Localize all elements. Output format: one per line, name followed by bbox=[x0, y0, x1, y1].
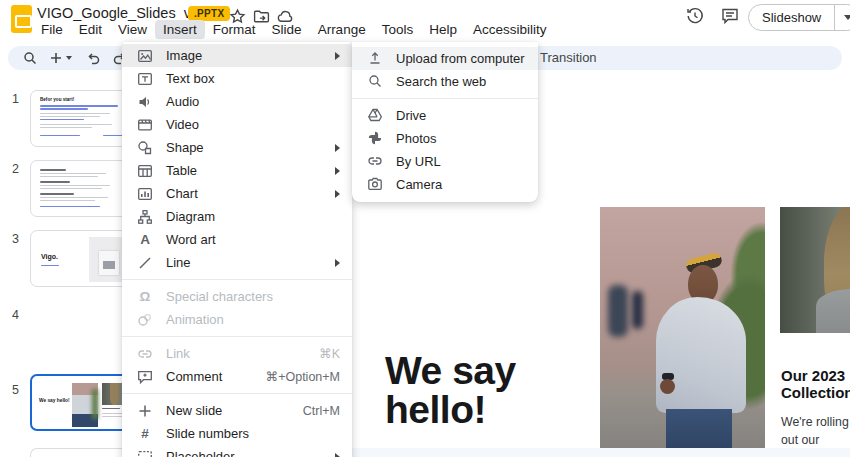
menu-item-slide-numbers[interactable]: # Slide numbers bbox=[122, 422, 352, 445]
video-icon bbox=[137, 117, 153, 133]
menu-item-diagram[interactable]: Diagram bbox=[122, 205, 352, 228]
menu-item-chart[interactable]: Chart bbox=[122, 182, 352, 205]
slide-title-text[interactable]: We say hello! bbox=[385, 351, 527, 429]
slide-number: 1 bbox=[12, 92, 19, 106]
slide-photo-man[interactable] bbox=[600, 207, 765, 457]
titlebar: VIGO_Google_Slides_v2 .PPTX File Edit Vi… bbox=[0, 0, 850, 44]
submenu-arrow-icon bbox=[335, 453, 340, 457]
camera-icon bbox=[367, 176, 383, 192]
slideshow-button-group: Slideshow bbox=[748, 4, 850, 31]
menu-arrange[interactable]: Arrange bbox=[310, 20, 374, 39]
slideshow-button[interactable]: Slideshow bbox=[749, 5, 834, 30]
slide-number: 3 bbox=[12, 232, 19, 246]
plus-icon bbox=[137, 403, 153, 419]
submenu-item-upload-from-computer[interactable]: Upload from computer bbox=[352, 47, 538, 70]
menu-edit[interactable]: Edit bbox=[71, 20, 110, 39]
menu-divider bbox=[352, 98, 538, 99]
menubar: File Edit View Insert Format Slide Arran… bbox=[33, 20, 554, 39]
menu-file[interactable]: File bbox=[33, 20, 71, 39]
menu-item-word-art[interactable]: A Word art bbox=[122, 228, 352, 251]
by-url-icon bbox=[367, 153, 383, 169]
slide-thumbnail-1[interactable]: Befor you start! bbox=[30, 90, 130, 147]
caret-down-icon bbox=[844, 15, 850, 20]
submenu-arrow-icon bbox=[335, 190, 340, 198]
omega-icon: Ω bbox=[137, 289, 153, 305]
comments-icon[interactable] bbox=[720, 6, 740, 26]
file-type-badge: .PPTX bbox=[188, 6, 230, 21]
menu-item-link: Link ⌘K bbox=[122, 342, 352, 365]
menu-item-table[interactable]: Table bbox=[122, 159, 352, 182]
transition-button[interactable]: Transition bbox=[540, 50, 597, 65]
slide-number: 2 bbox=[12, 162, 19, 176]
menu-help[interactable]: Help bbox=[421, 20, 465, 39]
menu-view[interactable]: View bbox=[110, 20, 155, 39]
search-icon[interactable] bbox=[22, 50, 38, 66]
slide-number: 4 bbox=[12, 308, 19, 322]
insert-menu: Image Text box Audio Video Shape Table C… bbox=[122, 42, 352, 457]
menu-item-line[interactable]: Line bbox=[122, 251, 352, 274]
submenu-item-photos[interactable]: Photos bbox=[352, 127, 538, 150]
menu-format[interactable]: Format bbox=[205, 20, 264, 39]
slide-filmstrip: 1 2 3 4 5 Befor you start! bbox=[0, 70, 130, 457]
version-history-icon[interactable] bbox=[685, 6, 705, 26]
upload-icon bbox=[367, 50, 383, 66]
slide-photo-woman[interactable] bbox=[780, 207, 850, 333]
photo-background-figure bbox=[632, 291, 643, 329]
menu-divider bbox=[122, 393, 352, 394]
google-slides-app: We say hello! Our 2023 Collection We're … bbox=[0, 0, 850, 457]
link-icon bbox=[137, 346, 153, 362]
drive-icon bbox=[367, 107, 383, 123]
audio-icon bbox=[137, 94, 153, 110]
submenu-item-camera[interactable]: Camera bbox=[352, 173, 538, 196]
chart-icon bbox=[137, 186, 153, 202]
menu-item-shape[interactable]: Shape bbox=[122, 136, 352, 159]
slides-logo[interactable] bbox=[11, 5, 32, 33]
slideshow-dropdown-button[interactable] bbox=[834, 5, 850, 30]
menu-slide[interactable]: Slide bbox=[264, 20, 310, 39]
menu-item-new-slide[interactable]: New slide Ctrl+M bbox=[122, 399, 352, 422]
comment-icon bbox=[137, 369, 153, 385]
photo-man-sweater bbox=[656, 297, 746, 413]
add-slide-caret-icon[interactable] bbox=[66, 56, 72, 60]
menu-item-video[interactable]: Video bbox=[122, 113, 352, 136]
animation-icon bbox=[137, 312, 153, 328]
textbox-icon bbox=[137, 71, 153, 87]
menu-item-special-characters: Ω Special characters bbox=[122, 285, 352, 308]
menu-divider bbox=[122, 279, 352, 280]
submenu-arrow-icon bbox=[335, 144, 340, 152]
submenu-arrow-icon bbox=[335, 167, 340, 175]
line-icon bbox=[137, 255, 153, 271]
menu-accessibility[interactable]: Accessibility bbox=[465, 20, 555, 39]
undo-icon[interactable] bbox=[86, 50, 102, 66]
menu-item-animation: Animation bbox=[122, 308, 352, 331]
placeholder-icon bbox=[137, 449, 153, 457]
menu-item-image[interactable]: Image bbox=[122, 44, 352, 67]
add-slide-icon[interactable] bbox=[48, 50, 64, 66]
submenu-arrow-icon bbox=[335, 259, 340, 267]
photo-woman-sweater bbox=[816, 289, 850, 333]
shape-icon bbox=[137, 140, 153, 156]
menu-item-audio[interactable]: Audio bbox=[122, 90, 352, 113]
document-title[interactable]: VIGO_Google_Slides_v2 bbox=[37, 5, 199, 21]
submenu-item-search-the-web[interactable]: Search the web bbox=[352, 70, 538, 93]
menu-item-placeholder[interactable]: Placeholder bbox=[122, 445, 352, 457]
wordart-icon: A bbox=[137, 232, 153, 248]
menu-item-comment[interactable]: Comment ⌘+Option+M bbox=[122, 365, 352, 388]
image-submenu: Upload from computer Search the web Driv… bbox=[352, 42, 538, 202]
submenu-item-by-url[interactable]: By URL bbox=[352, 150, 538, 173]
slide-thumbnail-6-partial[interactable] bbox=[30, 448, 130, 457]
menu-tools[interactable]: Tools bbox=[374, 20, 422, 39]
menu-insert-active[interactable]: Insert bbox=[155, 20, 205, 39]
submenu-item-drive[interactable]: Drive bbox=[352, 104, 538, 127]
menu-item-text-box[interactable]: Text box bbox=[122, 67, 352, 90]
slide-thumbnail-2[interactable] bbox=[30, 160, 130, 217]
slide-heading-text[interactable]: Our 2023 Collection bbox=[781, 367, 850, 401]
hash-icon: # bbox=[137, 426, 153, 442]
image-icon bbox=[137, 48, 153, 64]
slide-thumbnail-4-selected[interactable]: We say hello! bbox=[30, 374, 130, 431]
slide-thumbnail-3[interactable]: Vigo. bbox=[30, 230, 130, 287]
thumbnail-image bbox=[72, 383, 98, 427]
slide-number: 5 bbox=[12, 383, 19, 397]
photo-man-hand bbox=[660, 379, 675, 394]
diagram-icon bbox=[137, 209, 153, 225]
